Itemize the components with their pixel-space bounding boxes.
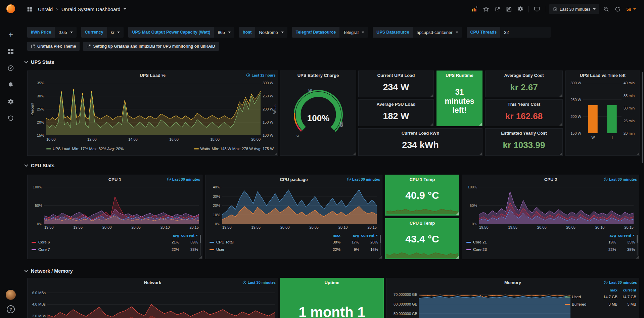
variable-value-dropdown[interactable]: 865 [214, 27, 234, 38]
help-icon[interactable]: ? [7, 305, 15, 313]
ups-bars-chart[interactable] [583, 83, 622, 133]
memory-chart[interactable] [419, 289, 570, 318]
panel-title[interactable]: CPU 1 Temp [385, 175, 459, 184]
legend-item[interactable]: UPS LoadMin: 17% Max: 32% Avg: 20% [46, 147, 124, 151]
variable-value-dropdown[interactable]: Nostromo [255, 27, 287, 38]
series-name[interactable]: Watts [200, 147, 210, 151]
panel-title[interactable]: Average Daily Cost [486, 71, 562, 80]
cpu-package-chart[interactable] [222, 187, 377, 224]
star-icon[interactable] [481, 4, 492, 14]
series-name[interactable]: Core 6 [32, 240, 160, 244]
row-header-ups-stats[interactable]: UPS Stats [25, 58, 54, 66]
panel-resize-handle[interactable] [479, 152, 482, 155]
series-name[interactable]: User [210, 247, 322, 252]
save-icon[interactable] [504, 4, 514, 14]
panel-resize-handle[interactable] [456, 212, 459, 215]
zoom-out-icon[interactable] [601, 4, 612, 14]
panel-resize-handle[interactable] [275, 152, 277, 155]
panel-title[interactable]: CPU 2 Temp [385, 219, 459, 227]
legend-col-max[interactable]: max [599, 288, 617, 292]
panel-title[interactable]: Current Load kWh [359, 129, 482, 137]
panel-title[interactable]: UPS Runtime [437, 71, 482, 80]
panel-title[interactable]: Memory [386, 278, 639, 287]
user-avatar[interactable] [6, 290, 16, 300]
panel-resize-handle[interactable] [559, 152, 562, 155]
variable-value-dropdown[interactable]: 0.65 [55, 27, 76, 38]
time-range-picker[interactable]: Last 30 minutes [549, 4, 599, 14]
panel-resize-handle[interactable] [479, 123, 482, 126]
legend-col-avg[interactable]: avg [597, 233, 616, 237]
gauge-max-label: 100 [339, 121, 343, 127]
series-name[interactable]: Core 7 [32, 247, 160, 252]
legend-col-max[interactable]: max [322, 233, 340, 237]
legend-scrollbar[interactable] [380, 235, 381, 256]
panel-resize-handle[interactable] [199, 256, 202, 259]
page-scrollbar-thumb[interactable] [642, 72, 643, 163]
dashboard-title[interactable]: Unraid System Dashboard [61, 6, 121, 12]
panel-title[interactable]: Current UPS Load [359, 71, 433, 80]
panel-title[interactable]: Average PSU Load [359, 100, 433, 108]
panel-title[interactable]: UPS Load vs Time left [566, 71, 640, 80]
panel-title[interactable]: Network [28, 278, 278, 287]
panel-resize-handle[interactable] [353, 152, 356, 155]
panel-resize-handle[interactable] [456, 256, 459, 259]
panel-title[interactable]: Uptime [280, 278, 383, 287]
panel-resize-handle[interactable] [430, 123, 433, 126]
explore-icon[interactable] [5, 62, 17, 74]
panel-resize-handle[interactable] [637, 152, 639, 155]
legend-item[interactable]: WattsMin: 148 W Max: 278 W Avg: 175 W [194, 147, 274, 151]
panel-resize-handle[interactable] [559, 94, 562, 97]
breadcrumb-root[interactable]: Unraid [38, 6, 53, 12]
row-header-cpu-stats[interactable]: CPU Stats [25, 162, 54, 169]
panel-resize-handle[interactable] [636, 256, 639, 259]
link-ups-monitoring-guide[interactable]: Setting up Grafana and InfluxDB for UPS … [83, 42, 219, 51]
share-icon[interactable] [492, 4, 503, 14]
panel-title[interactable]: UPS Battery Charge [280, 71, 356, 80]
panel-resize-handle[interactable] [430, 94, 433, 97]
legend-col-avg[interactable]: avg [160, 233, 179, 237]
variable-value-dropdown[interactable]: apcupsd-container [413, 27, 462, 38]
legend-col-current[interactable]: current [359, 233, 378, 237]
cpu2-chart[interactable] [479, 187, 634, 224]
dashboards-icon[interactable] [5, 45, 17, 57]
legend-scrollbar[interactable] [200, 235, 201, 256]
legend-scrollbar[interactable] [637, 235, 638, 256]
server-admin-icon[interactable] [5, 112, 17, 125]
series-name[interactable]: Core 23 [466, 247, 597, 252]
series-name[interactable]: Used [565, 295, 599, 299]
settings-icon[interactable] [515, 4, 526, 14]
network-chart[interactable] [47, 289, 275, 318]
panel-title[interactable]: Estimated Yearly Cost [486, 129, 562, 137]
panel-resize-handle[interactable] [379, 256, 382, 259]
variable-value-dropdown[interactable]: Telegraf [339, 27, 368, 38]
row-header-network-memory[interactable]: Network / Memory [25, 267, 73, 275]
cpu1-chart[interactable] [44, 187, 199, 224]
refresh-interval-picker[interactable]: 5s [624, 7, 639, 12]
series-name[interactable]: CPU Total [210, 240, 322, 244]
add-panel-icon[interactable] [469, 4, 480, 14]
series-name[interactable]: Buffered [565, 302, 599, 306]
caret-down-icon[interactable] [124, 8, 126, 10]
panel-title[interactable]: This Years Cost [486, 100, 562, 108]
time-override-label: Last 30 minutes [248, 280, 276, 284]
link-grafana-plex-theme[interactable]: Grafana Plex Theme [27, 42, 80, 51]
grafana-logo[interactable] [5, 3, 16, 15]
legend-col-current[interactable]: current [616, 233, 635, 237]
apps-grid-icon[interactable] [24, 4, 35, 14]
cpu-threads-input[interactable] [500, 27, 551, 38]
panel-resize-handle[interactable] [559, 123, 562, 126]
tv-mode-icon[interactable] [532, 4, 542, 14]
alerting-icon[interactable] [5, 79, 17, 91]
refresh-icon[interactable] [612, 4, 623, 14]
panel-title[interactable]: UPS Load % [28, 71, 278, 80]
ups-load-chart[interactable] [46, 83, 261, 135]
series-name[interactable]: Core 21 [466, 240, 597, 244]
series-name[interactable]: UPS Load [53, 147, 70, 151]
create-icon[interactable]: + [5, 29, 17, 41]
configuration-icon[interactable] [5, 96, 17, 108]
legend-col-avg[interactable]: avg [340, 233, 359, 237]
divider [545, 6, 545, 12]
legend-col-current[interactable]: current [617, 288, 636, 292]
variable-value-dropdown[interactable]: kr [107, 27, 124, 38]
legend-col-current[interactable]: current [179, 233, 198, 237]
